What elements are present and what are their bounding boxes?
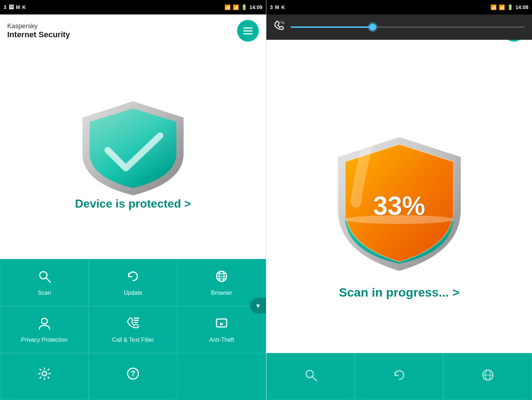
svg-rect-8 [134,318,140,319]
svg-point-13 [42,371,47,376]
menu-line-3 [243,33,253,34]
right-panel: 3 M K 📶 📶 🔋 14:08 Kaspersky Internet Sec… [266,0,532,400]
left-grid-menu: Scan Update Browser [0,259,266,400]
svg-point-7 [42,318,47,324]
wifi-icon: 📶 [224,4,231,10]
bottom-update-icon [392,368,407,386]
settings-icon [37,366,52,384]
right-wifi-icon: 📶 [490,4,497,10]
menu-line-1 [243,27,253,29]
grid-item-help[interactable]: ? [89,353,177,400]
svg-text:?: ? [130,369,135,378]
anti-theft-label: Anti-Theft [209,337,234,343]
bottom-scan-item[interactable] [266,353,355,400]
help-icon: ? [126,366,140,384]
anti-theft-icon [214,316,229,334]
email-icon: M [16,4,20,10]
right-battery-icon: 🔋 [507,4,513,10]
slider-fill [291,26,373,28]
privacy-label: Privacy Protection [21,337,68,343]
left-time: 14:09 [249,4,262,10]
protected-text[interactable]: Device is protected > [75,197,191,210]
svg-rect-9 [134,320,139,321]
right-notification-count: 3 [270,4,273,10]
svg-rect-11 [216,319,227,327]
update-icon [126,269,140,287]
left-status-right: 📶 📶 🔋 14:09 [224,4,262,10]
right-shield-area: 33% Scan in progress... > [266,47,532,353]
right-bottom-grid [266,353,532,400]
shield-progress-container: 33% [323,130,475,282]
left-panel: 3 🖼 M K 📶 📶 🔋 14:09 Kaspersky Internet S… [0,0,266,400]
expand-button[interactable]: ▾ [250,298,266,314]
bottom-browser-item[interactable] [443,353,532,400]
scan-progress-text[interactable]: Scan in progress... > [339,285,460,299]
svg-rect-10 [134,322,138,323]
notification-count: 3 [4,4,7,10]
right-status-bar: 3 M K 📶 📶 🔋 14:08 [266,0,532,14]
expand-icon: ▾ [256,301,260,310]
left-shield-svg [68,96,198,197]
right-status-icons: 3 M K [270,4,285,10]
svg-line-1 [46,278,50,282]
notification-slider[interactable] [291,26,525,28]
bottom-scan-icon [304,368,318,386]
grid-item-anti-theft[interactable]: Anti-Theft [177,306,266,353]
right-status-right: 📶 📶 🔋 14:08 [490,4,528,10]
notification-phone-icon [274,20,285,34]
right-signal-icon: 📶 [499,4,505,10]
grid-item-call-filter[interactable]: Call & Text Filter [89,306,177,353]
svg-marker-12 [220,323,224,325]
battery-icon: 🔋 [241,4,247,10]
slider-thumb [369,24,376,31]
left-status-bar: 3 🖼 M K 📶 📶 🔋 14:09 [0,0,266,14]
svg-line-18 [312,376,317,381]
grid-item-privacy[interactable]: Privacy Protection [0,306,89,353]
left-header: Kaspersky Internet Security [0,14,266,47]
scan-icon [37,269,52,287]
bottom-update-item[interactable] [355,353,443,400]
grid-item-settings[interactable] [0,353,89,400]
left-status-icons: 3 🖼 M K [4,4,26,10]
browser-icon [214,269,229,287]
scan-label: Scan [38,290,51,296]
right-time: 14:08 [515,4,528,10]
left-product: Internet Security [7,30,70,39]
menu-line-2 [243,30,253,31]
browser-label: Browser [211,290,232,296]
kaspersky-icon: K [22,4,26,10]
left-header-title: Kaspersky Internet Security [7,22,70,39]
grid-item-update[interactable]: Update [89,259,177,306]
grid-item-scan[interactable]: Scan [0,259,89,306]
left-menu-button[interactable] [237,20,259,42]
call-filter-label: Call & Text Filter [112,337,154,343]
left-brand: Kaspersky [7,22,70,30]
left-menu-icon [243,27,253,34]
right-email-icon: M [275,4,279,10]
progress-percentage: 33% [373,191,425,221]
privacy-icon [37,316,52,334]
notification-bar [266,14,532,40]
signal-icon: 📶 [233,4,239,10]
call-filter-icon [126,316,140,334]
grid-item-browser[interactable]: Browser [177,259,266,306]
screenshot-icon: 🖼 [9,4,14,10]
right-kaspersky-icon: K [281,4,285,10]
bottom-browser-icon [481,368,495,386]
left-shield-container [61,99,205,193]
update-label: Update [124,290,142,296]
left-shield-area: Device is protected > [0,47,266,259]
slider-track [291,26,525,28]
